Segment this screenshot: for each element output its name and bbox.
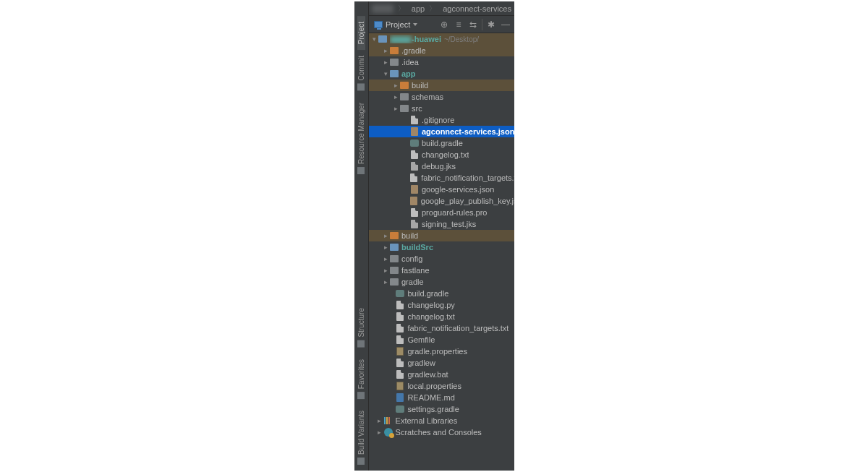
tree-item[interactable]: ▾app (369, 68, 514, 80)
tree-item[interactable]: google-services.json (369, 184, 514, 195)
tree-item[interactable]: settings.gradle (369, 403, 514, 415)
prop-icon (395, 347, 405, 356)
chevron-down-icon (413, 23, 417, 26)
tree-item[interactable]: gradlew (369, 357, 514, 369)
tree-item[interactable]: ▸External Libraries (369, 415, 514, 426)
file-txt-icon (395, 301, 405, 309)
prop-icon (395, 382, 405, 390)
chevron-icon[interactable]: ▸ (382, 59, 389, 66)
tree-item-label: local.properties (407, 382, 461, 390)
fold-blue-icon (389, 69, 399, 78)
locate-button[interactable]: ⊕ (438, 19, 450, 30)
tree-item[interactable]: ▸buildSrc (369, 241, 514, 253)
tree-item[interactable]: debug.jks (369, 160, 514, 172)
tree-item-label: build (412, 81, 428, 90)
tree-item[interactable]: changelog.py (369, 299, 514, 311)
chevron-icon[interactable]: ▸ (382, 267, 389, 274)
chevron-icon[interactable]: ▸ (382, 278, 389, 286)
project-tree[interactable]: ▾ -huawei ~/Desktop/ ▸.gradle▸.idea▾app▸… (369, 33, 514, 471)
chevron-icon[interactable]: ▸ (382, 232, 389, 239)
fold-grey-icon (399, 104, 409, 113)
chevron-icon[interactable]: ▸ (376, 429, 383, 436)
tree-item[interactable]: .gitignore (369, 114, 514, 126)
tree-item[interactable]: signing_test.jks (369, 218, 514, 230)
chevron-icon[interactable]: ▸ (376, 417, 383, 424)
sidetab-project[interactable]: Project (357, 16, 365, 50)
tree-item[interactable]: ▸build (369, 230, 514, 241)
hide-button[interactable]: — (500, 19, 511, 30)
sidetab-favorites[interactable]: Favorites (357, 353, 365, 405)
breadcrumb-app[interactable]: app (409, 4, 425, 13)
chevron-icon[interactable]: ▸ (382, 255, 389, 262)
tree-root[interactable]: ▾ -huawei ~/Desktop/ (369, 33, 514, 45)
collapse-all-button[interactable]: ⇆ (467, 19, 479, 30)
tree-item-label: changelog.py (407, 301, 454, 309)
fold-grey-icon (389, 254, 399, 263)
sidetab-resource-manager[interactable]: Resource Manager (357, 97, 365, 180)
file-txt-icon (409, 173, 419, 182)
tree-item-label: agconnect-services.json (422, 127, 514, 136)
project-toolbar: Project ⊕ ≡ ⇆ ✱ — (369, 16, 514, 33)
chevron-icon[interactable]: ▸ (392, 82, 399, 89)
gradle-icon (395, 405, 405, 413)
tree-item[interactable]: changelog.txt (369, 311, 514, 322)
tree-item[interactable]: changelog.txt (369, 149, 514, 160)
tree-item[interactable]: ▸.idea (369, 56, 514, 68)
expand-all-button[interactable]: ≡ (453, 19, 464, 30)
sidetab-commit[interactable]: Commit (357, 50, 365, 96)
tree-item-label: config (401, 254, 422, 263)
project-tool-main: app agconnect-services Project ⊕ ≡ ⇆ ✱ (369, 1, 514, 471)
variants-icon (358, 458, 365, 465)
fold-orange-icon (389, 46, 399, 55)
resource-icon (358, 167, 365, 174)
tree-item-label: build.gradle (407, 289, 448, 298)
tree-item[interactable]: build.gradle (369, 137, 514, 149)
json-icon (409, 185, 420, 194)
chevron-icon[interactable]: ▸ (382, 47, 389, 54)
view-mode-selector[interactable]: Project (372, 20, 420, 30)
chevron-icon[interactable]: ▸ (392, 93, 399, 100)
settings-button[interactable]: ✱ (485, 19, 497, 30)
tree-item-label: .idea (401, 58, 419, 66)
tree-item[interactable]: local.properties (369, 380, 514, 392)
tree-item[interactable]: gradle.properties (369, 346, 514, 357)
tree-item[interactable]: build.gradle (369, 288, 514, 299)
tree-item[interactable]: ▸schemas (369, 91, 514, 103)
tree-item-label: google_play_publish_key.json (421, 197, 514, 205)
tree-item[interactable]: ▸fastlane (369, 265, 514, 276)
tree-item[interactable]: fabric_notification_targets.txt (369, 322, 514, 334)
json-icon (409, 197, 419, 205)
tree-item[interactable]: ▸gradle (369, 276, 514, 288)
fold-grey-icon (389, 266, 399, 275)
chevron-icon[interactable]: ▾ (382, 70, 389, 77)
tree-item[interactable]: google_play_publish_key.json (369, 195, 514, 207)
chevron-icon[interactable]: ▸ (392, 105, 399, 112)
tree-item[interactable]: gradlew.bat (369, 369, 514, 380)
file-txt-icon (409, 116, 420, 124)
tree-item[interactable]: ▸build (369, 80, 514, 91)
tree-item-selected[interactable]: agconnect-services.json (369, 126, 514, 137)
tree-item[interactable]: README.md (369, 392, 514, 403)
tree-item-label: gradle.properties (407, 347, 467, 356)
tree-item[interactable]: ▸src (369, 103, 514, 114)
sidetab-structure[interactable]: Structure (357, 302, 365, 353)
breadcrumb-file[interactable]: agconnect-services (441, 4, 511, 13)
tree-item[interactable]: fabric_notification_targets.txt (369, 172, 514, 184)
tree-item[interactable]: ▸config (369, 253, 514, 265)
tree-item-label: changelog.txt (407, 312, 454, 321)
tree-item-label: proguard-rules.pro (422, 208, 488, 217)
tree-item-label: build (401, 231, 418, 240)
lib-icon (383, 416, 393, 425)
sidetab-build-variants[interactable]: Build Variants (357, 405, 365, 471)
root-path-hint: ~/Desktop/ (444, 35, 479, 43)
tree-item[interactable]: proguard-rules.pro (369, 207, 514, 218)
tree-item[interactable]: ▸Scratches and Consoles (369, 426, 514, 438)
tree-item[interactable]: Gemfile (369, 334, 514, 346)
chevron-icon[interactable]: ▸ (382, 244, 389, 251)
file-txt-icon (409, 150, 420, 159)
chevron-down-icon[interactable]: ▾ (370, 35, 378, 43)
tree-item-label: .gradle (401, 46, 426, 55)
tree-item[interactable]: ▸.gradle (369, 45, 514, 56)
fold-grey-icon (399, 93, 409, 101)
json-icon (409, 127, 420, 136)
